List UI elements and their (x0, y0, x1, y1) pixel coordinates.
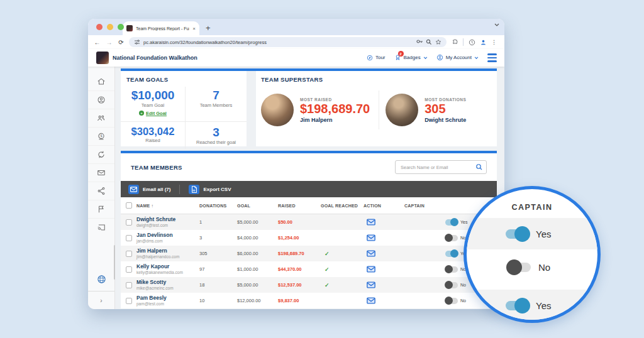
tab-title: Team Progress Report - Fund (136, 26, 189, 31)
row-checkbox[interactable] (126, 298, 132, 304)
reached-label: Reached their goal (187, 139, 245, 145)
raised-value: $50.00 (278, 219, 321, 225)
browser-tab[interactable]: Team Progress Report - Fund × (123, 21, 199, 35)
member-email: kelly@akanewmedia.com (136, 270, 199, 275)
hamburger-menu-icon[interactable] (487, 53, 497, 62)
member-name: Kelly Kapour (136, 264, 199, 270)
minimize-window-button[interactable] (107, 24, 113, 30)
reload-icon[interactable]: ⟳ (117, 39, 125, 46)
superstars-divider (379, 90, 379, 129)
sidebar-account-icon[interactable] (88, 90, 114, 109)
sidebar-donations-icon[interactable]: $ (88, 127, 114, 145)
team-members-card: TEAM MEMBERS Email all (7) (121, 153, 497, 308)
captain-toggle-magnified[interactable] (506, 229, 528, 239)
row-checkbox[interactable] (126, 282, 132, 288)
language-globe-icon[interactable] (88, 275, 114, 284)
my-account-menu[interactable]: My Account (436, 54, 479, 61)
email-member-button[interactable] (367, 281, 404, 288)
maximize-window-button[interactable] (118, 24, 124, 30)
history-icon[interactable] (469, 39, 475, 45)
captain-toggle-magnified[interactable] (506, 301, 528, 310)
address-field[interactable]: pc.akaraisin.com/32/foundationwalkathon2… (129, 37, 447, 47)
captain-toggle-label: No (460, 298, 466, 303)
most-raised-name: Jim Halpern (300, 117, 370, 123)
team-goal-amount: $10,000 (122, 89, 184, 102)
new-tab-button[interactable]: + (206, 21, 211, 35)
edit-goal-link[interactable]: + Edit Goal (122, 111, 184, 116)
table-row: Dwight Schrute dwight@test.com 1 $5,000.… (121, 214, 497, 230)
bookmark-star-icon[interactable] (435, 39, 441, 45)
sidebar-sync-icon[interactable] (88, 145, 114, 163)
col-goal[interactable]: GOAL (237, 204, 278, 208)
search-input[interactable] (395, 160, 487, 174)
table-row: Mike Scotty mike@acmeinc.com 18 $5,000.0… (121, 277, 497, 293)
search-icon[interactable] (475, 163, 483, 171)
most-donations-name: Dwight Schrute (425, 117, 466, 123)
extensions-icon[interactable] (452, 39, 458, 45)
goal-value: $5,000.00 (237, 219, 278, 225)
close-window-button[interactable] (96, 24, 103, 30)
col-name[interactable]: NAME ↑ (136, 204, 199, 208)
email-all-button[interactable]: Email all (7) (128, 185, 170, 194)
captain-toggle[interactable] (445, 235, 458, 241)
captain-toggle[interactable] (445, 251, 458, 257)
magnified-captain-row: Yes (467, 218, 597, 249)
email-member-button[interactable] (367, 250, 404, 257)
col-raised[interactable]: RAISED (278, 204, 321, 208)
captain-toggle-label: Yes (536, 300, 551, 311)
email-member-button[interactable] (367, 234, 404, 241)
badges-menu[interactable]: 2 Badges (394, 54, 428, 61)
email-member-button[interactable] (367, 219, 404, 226)
forward-icon[interactable]: → (105, 39, 113, 46)
row-checkbox[interactable] (126, 251, 132, 257)
email-member-button[interactable] (367, 297, 404, 304)
captain-toggle[interactable] (445, 219, 458, 226)
select-all-checkbox[interactable] (126, 202, 132, 209)
tour-label: Tour (375, 55, 386, 60)
page-content: TEAM GOALS $10,000 Team Goal + Edit Goal… (115, 67, 504, 309)
back-icon[interactable]: ← (93, 39, 101, 46)
profile-icon[interactable] (480, 39, 486, 45)
site-info-icon[interactable] (134, 39, 140, 45)
table-row: Jim Halpern jim@halpernandco.com 305 $6,… (121, 246, 497, 261)
captain-toggle[interactable] (445, 282, 458, 288)
team-members-title: TEAM MEMBERS (131, 164, 182, 171)
window-controls[interactable] (96, 24, 124, 30)
zoom-icon[interactable] (426, 39, 432, 45)
captain-toggle-label: No (460, 283, 466, 287)
password-key-icon[interactable] (416, 39, 423, 45)
raised-label: Raised (122, 138, 184, 143)
member-email: mike@acmeinc.com (136, 286, 199, 290)
sidebar-email-icon[interactable] (88, 163, 114, 182)
magnifier-rows: YesNoYes (467, 218, 597, 321)
row-checkbox[interactable] (126, 235, 132, 241)
sidebar-flag-icon[interactable] (88, 200, 114, 218)
captain-toggle-magnified[interactable] (508, 263, 531, 272)
site-logo[interactable] (96, 52, 109, 64)
sidebar-broadcast-icon[interactable] (88, 218, 114, 236)
sidebar-collapse-button[interactable]: › (88, 291, 114, 309)
browser-menu-icon[interactable]: ⋮ (491, 39, 497, 45)
row-checkbox[interactable] (126, 219, 132, 226)
row-checkbox[interactable] (126, 266, 132, 273)
captain-toggle[interactable] (445, 298, 458, 304)
col-donations[interactable]: DONATIONS (199, 204, 237, 208)
goal-value: $1,000.00 (237, 266, 278, 272)
team-superstars-title: TEAM SUPERSTARS (261, 76, 497, 83)
site-title: National Foundation Walkathon (113, 55, 197, 61)
url-text: pc.akaraisin.com/32/foundationwalkathon2… (143, 40, 413, 45)
captain-toggle[interactable] (445, 266, 458, 273)
tab-close-icon[interactable]: × (192, 26, 196, 31)
email-member-button[interactable] (367, 266, 404, 273)
tour-button[interactable]: Tour (367, 55, 386, 61)
toolbar-divider (463, 38, 464, 46)
sidebar-home-icon[interactable] (88, 72, 114, 90)
team-goals-title: TEAM GOALS (121, 76, 247, 83)
table-row: Jan Devlinson jan@dms.com 3 $4,000.00 $1… (121, 230, 497, 246)
tab-search-chevron-icon[interactable] (494, 23, 499, 26)
sidebar-share-icon[interactable] (88, 182, 114, 200)
export-csv-button[interactable]: Export CSV (189, 185, 231, 194)
sidebar-participants-icon[interactable] (88, 109, 114, 127)
col-goal-reached[interactable]: GOAL REACHED (321, 204, 364, 208)
member-name: Jim Halpern (136, 248, 199, 254)
